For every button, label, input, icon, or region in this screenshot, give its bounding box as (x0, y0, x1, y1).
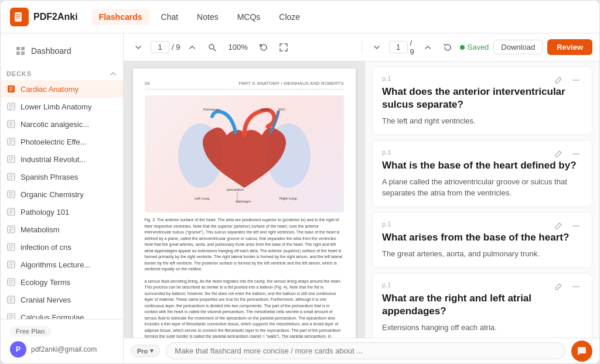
flashcard-edit-btn[interactable] (552, 221, 565, 231)
flashcard-more-btn[interactable] (570, 75, 582, 85)
refresh-btn[interactable] (256, 41, 271, 54)
flashcard-page: p.1 (382, 149, 391, 156)
sidebar-deck-item[interactable]: Industrial Revolut... (1, 150, 123, 168)
pro-badge[interactable]: Pro ▾ (131, 345, 160, 357)
sidebar-deck-item[interactable]: Organic Chemistry (1, 186, 123, 203)
sidebar-deck-item[interactable]: Pathology 101 (1, 203, 123, 221)
flashcard: p.1 What does the anterior interventricu… (372, 66, 592, 135)
svg-point-42 (575, 286, 577, 287)
svg-point-43 (578, 286, 579, 287)
nav-link-cloze[interactable]: Cloze (272, 9, 307, 25)
deck-icon (6, 102, 16, 111)
nav-link-flashcards[interactable]: Flashcards (92, 9, 149, 25)
flashcard-answer: The left and right ventricles. (382, 116, 582, 126)
page-number: / 9 (151, 41, 180, 53)
more-icon (572, 76, 580, 84)
edit-icon (554, 283, 562, 291)
pdf-fig-caption: Fig. 3. The anterior surface of the hear… (145, 218, 343, 271)
deck-name: infection of cns (21, 243, 71, 252)
saved-badge: Saved (460, 43, 489, 51)
saved-label: Saved (467, 43, 489, 51)
sync-btn[interactable] (440, 41, 455, 54)
sidebar-deck-item[interactable]: Ecology Terms (1, 273, 123, 291)
chevron-up-icon (109, 70, 117, 78)
svg-rect-3 (16, 51, 20, 55)
page-prev-btn[interactable] (131, 41, 146, 54)
sidebar-deck-item[interactable]: Algorithms Lecture... (1, 256, 123, 273)
flashcard-more-btn[interactable] (570, 149, 582, 159)
svg-point-34 (578, 80, 579, 81)
sidebar-deck-item[interactable]: Spanish Phrases (1, 168, 123, 186)
flashcard-edit-btn[interactable] (552, 149, 565, 159)
flashcard-header: p.1 (382, 75, 582, 85)
sidebar-deck-item[interactable]: Cardiac Anatomy (1, 80, 123, 98)
expand-icon (279, 43, 288, 51)
pro-label: Pro (137, 348, 148, 355)
expand-btn[interactable] (276, 41, 291, 54)
page-next-btn-right[interactable] (420, 41, 435, 54)
deck-name: Spanish Phrases (21, 173, 78, 181)
logo-text: PDF2Anki (33, 12, 78, 22)
chevron-down-icon (134, 43, 142, 51)
flashcard-more-btn[interactable] (570, 281, 582, 292)
review-button[interactable]: Review (547, 39, 592, 55)
chat-bubble-button[interactable] (571, 341, 592, 362)
flashcard-answer: The great arteries, aorta, and pulmonary… (382, 249, 582, 259)
pdf-panel[interactable]: 34 PART II: ANATOMY / WEINHAUS AND ROBER… (124, 61, 365, 338)
sidebar-deck-item[interactable]: Photoelectric Effe... (1, 133, 123, 150)
prompt-input[interactable] (166, 342, 565, 359)
page-input-left[interactable] (151, 41, 169, 53)
svg-text:Aorta: Aorta (261, 108, 270, 111)
deck-icon (6, 137, 16, 146)
flashcard-edit-btn[interactable] (552, 75, 565, 85)
nav-link-mcqs[interactable]: MCQs (230, 9, 268, 25)
flashcard-actions (552, 149, 582, 159)
deck-icon (6, 225, 16, 234)
flashcard-page: p.1 (382, 221, 391, 228)
sidebar-bottom: Free Plan P pdf2anki@gmail.com (1, 319, 123, 363)
flashcards-panel[interactable]: p.1 What does the anterior interventricu… (365, 61, 599, 338)
dashboard-icon (16, 46, 25, 56)
svg-line-21 (214, 49, 216, 51)
deck-icon (6, 172, 16, 181)
flashcard-page: p.1 (382, 75, 391, 82)
page-next-btn[interactable] (185, 41, 200, 54)
deck-name: Narcotic analgesic... (21, 120, 89, 129)
svg-text:pericardium: pericardium (227, 188, 244, 191)
logo: PDF2Anki (10, 8, 78, 26)
deck-name: Algorithms Lecture... (21, 260, 90, 269)
page-input-right[interactable] (389, 41, 408, 53)
svg-text:SVC: SVC (278, 108, 286, 111)
page-prev-btn-right[interactable] (369, 41, 384, 54)
flashcard: p.1 What is the base of the heart define… (372, 140, 592, 207)
svg-rect-0 (15, 12, 22, 22)
sidebar-item-dashboard[interactable]: Dashboard (10, 42, 114, 60)
svg-point-33 (575, 80, 577, 81)
deck-icon (6, 190, 16, 199)
svg-point-38 (573, 225, 574, 226)
nav-link-chat[interactable]: Chat (154, 9, 186, 25)
flashcard-more-btn[interactable] (570, 221, 582, 231)
sidebar-deck-item[interactable]: Narcotic analgesic... (1, 115, 123, 133)
download-button[interactable]: Download (493, 40, 543, 54)
deck-list: Cardiac AnatomyLower Limb AnatomyNarcoti… (1, 80, 123, 319)
search-btn[interactable] (204, 41, 220, 54)
sidebar-deck-item[interactable]: Lower Limb Anatomy (1, 98, 123, 115)
sidebar-deck-item[interactable]: Cranial Nerves (1, 291, 123, 308)
sidebar-deck-item[interactable]: infection of cns (1, 238, 123, 256)
pdf-page-num: 34 (145, 80, 150, 87)
flashcard-header: p.1 (382, 149, 582, 159)
panels: 34 PART II: ANATOMY / WEINHAUS AND ROBER… (124, 61, 599, 338)
svg-rect-4 (21, 51, 25, 55)
flashcard-edit-btn[interactable] (552, 281, 565, 292)
flashcard-question: What is the base of the heart defined by… (382, 159, 582, 172)
sidebar-deck-item[interactable]: Metabolism (1, 221, 123, 238)
sidebar-deck-item[interactable]: Calculus Formulae (1, 308, 123, 319)
refresh-icon (260, 43, 268, 51)
bottom-bar: Pro ▾ (124, 338, 599, 363)
deck-icon (6, 295, 16, 304)
deck-icon (6, 119, 16, 129)
nav-link-notes[interactable]: Notes (190, 9, 226, 25)
svg-rect-1 (16, 47, 20, 50)
main-layout: Dashboard DECKS Cardiac AnatomyLower Lim… (1, 33, 599, 363)
